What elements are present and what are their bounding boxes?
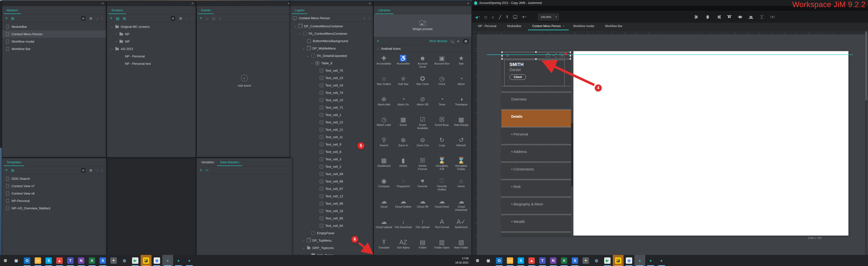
add-folder-icon[interactable]: ⊞ bbox=[123, 17, 126, 20]
layer-item[interactable]: ⌄ DP_MiddleMenu bbox=[290, 45, 373, 52]
library-widget[interactable]: AZ Sort Alpha bbox=[394, 237, 413, 256]
library-widget[interactable]: ▮ Delete bbox=[394, 155, 413, 176]
tree-caret-icon[interactable]: ⌄ bbox=[111, 25, 113, 28]
tab-masters[interactable]: Masters bbox=[4, 7, 21, 14]
layer-item[interactable]: Text_cell_68 bbox=[290, 178, 373, 185]
selection-handle[interactable] bbox=[569, 55, 571, 57]
library-widget[interactable]: ☑ Event Available bbox=[413, 114, 432, 135]
library-widget[interactable]: ✮ Half Star bbox=[394, 73, 413, 94]
layer-item[interactable]: ⌄ GRP_TopIcons bbox=[290, 244, 373, 251]
copy-event-icon[interactable]: ▱ bbox=[206, 17, 209, 20]
tree-caret-icon[interactable]: ⌄ bbox=[294, 25, 297, 28]
delete-event-icon[interactable]: ▯ bbox=[219, 17, 221, 20]
taskbar-app-button[interactable]: T bbox=[537, 255, 548, 266]
add-folder-icon[interactable]: ⊞ bbox=[11, 168, 14, 172]
canvas-scrollbar[interactable] bbox=[865, 30, 867, 255]
tree-caret-icon[interactable]: ⌄ bbox=[302, 246, 305, 249]
zoom-value[interactable]: 100,00% bbox=[538, 14, 554, 20]
screen-item[interactable]: NP - Personal test bbox=[107, 60, 196, 67]
taskbar-app-button[interactable]: S bbox=[43, 255, 54, 266]
taskbar-app-button[interactable]: S bbox=[97, 255, 108, 266]
tab-data-masters[interactable]: Data Masters bbox=[217, 159, 242, 166]
profile-name-panel[interactable]: SMITH Daniel Client bbox=[504, 60, 564, 86]
list-view-icon[interactable]: ≡ bbox=[81, 16, 86, 21]
layer-item[interactable]: Text_cell_12 bbox=[290, 192, 373, 200]
taskbar-app-button[interactable]: ▲ bbox=[526, 255, 537, 266]
library-widget[interactable]: ◔ Timer bbox=[432, 94, 452, 114]
layer-item[interactable]: Text_cell_11 bbox=[290, 133, 373, 141]
selection-handle[interactable] bbox=[501, 58, 503, 60]
library-widget[interactable]: ☁ Cloud Outline bbox=[394, 196, 413, 216]
taskbar-app-button[interactable]: ✦ bbox=[580, 255, 591, 266]
sidebar-menu-item[interactable]: ▪ Connections bbox=[501, 162, 571, 179]
layer-item[interactable]: Text_cell_64 bbox=[290, 222, 373, 229]
layer-item[interactable]: ⌄ PA_ContextMenuContainer bbox=[290, 30, 373, 37]
layer-item[interactable]: Text_cell_23 bbox=[290, 74, 373, 82]
tab-layers[interactable]: Layers bbox=[292, 7, 307, 14]
close-icon[interactable]: ✕ bbox=[191, 2, 194, 5]
library-widget[interactable]: ↓ File Download bbox=[394, 216, 413, 237]
taskbar-app-button[interactable]: ● bbox=[656, 255, 667, 266]
screen-item[interactable]: ⌄ AO 2021 bbox=[107, 45, 196, 52]
library-widget[interactable]: ☁ Cloud bbox=[374, 196, 394, 216]
library-widget[interactable]: ↺ Refresh bbox=[452, 135, 471, 155]
add-data-master-button[interactable]: + bbox=[200, 168, 203, 172]
list-view-icon[interactable]: ≡ bbox=[171, 16, 175, 21]
template-item[interactable]: Context View v7 bbox=[2, 182, 106, 190]
layer-item[interactable]: › DP_TopMenu bbox=[290, 237, 373, 244]
taskbar-app-button[interactable]: ▣ bbox=[483, 255, 494, 266]
layer-item[interactable]: Text_cell_74 bbox=[290, 89, 373, 96]
paste-event-icon[interactable]: ▤ bbox=[212, 17, 215, 20]
close-icon[interactable]: ✕ bbox=[369, 2, 371, 5]
taskbar-app-button[interactable]: X bbox=[559, 255, 569, 266]
add-folder-icon[interactable]: ⊞ bbox=[11, 17, 14, 20]
selection-handle[interactable] bbox=[569, 51, 571, 53]
sidebar-menu-item[interactable]: ▪ Address bbox=[501, 145, 571, 162]
chevron-down-icon[interactable]: ⌄ bbox=[368, 17, 371, 20]
top-icons-row[interactable]: ↺ ↻ bbox=[502, 52, 570, 59]
taskbar-app-button[interactable]: ⊞ bbox=[472, 255, 483, 266]
tree-caret-icon[interactable]: ⌄ bbox=[298, 32, 301, 35]
screen-item[interactable]: › WF bbox=[107, 38, 196, 45]
library-widget[interactable]: ♥ Favorite bbox=[413, 176, 432, 196]
move-up-icon[interactable]: ↑ bbox=[101, 168, 103, 172]
library-widget[interactable]: ⊘ Alarm Off bbox=[413, 94, 432, 114]
library-widget[interactable]: ⊕ Alarm Add bbox=[374, 94, 394, 114]
taskbar-app-button[interactable]: ● bbox=[173, 255, 184, 266]
taskbar-app-button[interactable]: ● bbox=[184, 255, 195, 266]
taskbar-app-button[interactable]: ▶ bbox=[130, 255, 141, 266]
master-item[interactable]: Workflow modal bbox=[2, 38, 106, 45]
zoom-dropdown-icon[interactable]: ▾ bbox=[554, 14, 559, 20]
library-widget[interactable]: ◷ Watch Later bbox=[374, 114, 394, 135]
layers-root-row[interactable]: Context Menu Person ↑⌄ bbox=[290, 14, 373, 22]
sidebar-menu-item[interactable]: ▪ Personal bbox=[501, 127, 571, 144]
library-widget[interactable]: A✓ Spellcheck bbox=[452, 216, 471, 237]
library-widget[interactable]: ☒ Event Busy bbox=[432, 114, 452, 135]
taskbar-app-button[interactable]: ▶ bbox=[602, 255, 613, 266]
layer-item[interactable]: Text_cell_75 bbox=[290, 67, 373, 74]
selection-handle[interactable] bbox=[569, 58, 571, 60]
line-tool[interactable]: ╱ bbox=[499, 15, 501, 19]
align-tool-icon[interactable] bbox=[749, 15, 753, 19]
taskbar-app-button[interactable]: ✦ bbox=[108, 255, 119, 266]
image-tool[interactable]: ▴ bbox=[513, 15, 517, 19]
library-widget[interactable]: ⊕ Zoom In bbox=[394, 135, 413, 155]
library-widget[interactable]: A Text Format bbox=[432, 216, 452, 237]
more-libraries-link[interactable]: More libraries bbox=[430, 39, 447, 43]
add-event-button[interactable]: + bbox=[200, 16, 203, 21]
tab-variables[interactable]: Variables bbox=[198, 159, 217, 166]
taskbar-app-button[interactable]: ◪ bbox=[141, 255, 152, 266]
grid-view-icon[interactable]: ⊞ bbox=[178, 16, 183, 21]
taskbar-app-button[interactable]: ◪ bbox=[613, 255, 624, 266]
library-widget[interactable]: ♡ Favorite Outline bbox=[432, 176, 452, 196]
layer-item[interactable]: Text_cell_66 bbox=[290, 200, 373, 207]
library-widget[interactable]: ◉ Compass bbox=[374, 176, 394, 196]
library-widget[interactable]: ★ Star bbox=[452, 53, 471, 73]
add-image-icon[interactable]: ▤ bbox=[116, 17, 120, 20]
document-tab[interactable]: Context Menu Person× bbox=[528, 23, 569, 30]
taskbar-app-button[interactable]: O bbox=[22, 255, 32, 266]
tab-close-icon[interactable]: × bbox=[563, 25, 564, 28]
layer-item[interactable]: Text_cell_71 bbox=[290, 104, 373, 111]
align-tool-icon[interactable] bbox=[738, 15, 742, 19]
add-event-placeholder[interactable]: + Add event bbox=[197, 75, 292, 87]
